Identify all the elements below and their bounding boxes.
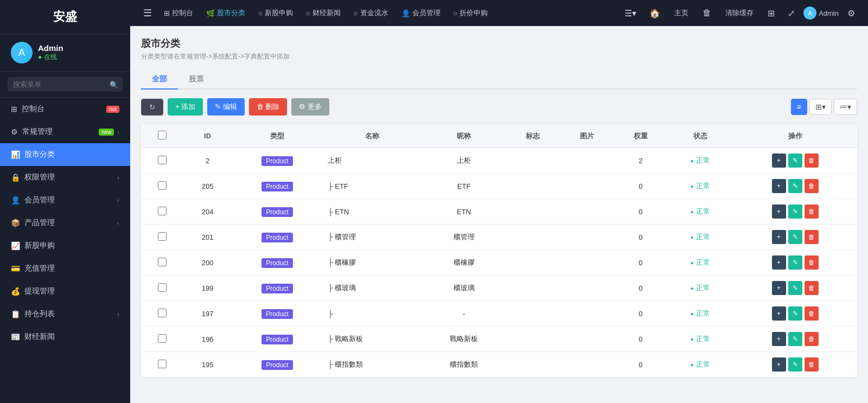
grid-view-button[interactable]: ⊞▾: [809, 99, 832, 115]
cell-actions: + ✎ 🗑: [733, 250, 857, 276]
topnav-stockcat[interactable]: 🌿 股市分类: [201, 5, 251, 21]
row-checkbox[interactable]: [158, 334, 167, 343]
view-toggle: ≡ ⊞▾ ≔▾: [791, 99, 857, 115]
row-edit-button[interactable]: ✎: [788, 357, 802, 372]
topnav-admin[interactable]: A Admin: [803, 7, 839, 20]
badge-new: new: [99, 129, 114, 136]
row-checkbox[interactable]: [158, 156, 167, 164]
tab-stocks[interactable]: 股票: [178, 70, 215, 89]
row-add-button[interactable]: +: [772, 230, 786, 244]
sidebar-item-members[interactable]: 👤 会员管理 ‹: [0, 189, 130, 212]
tab-all[interactable]: 全部: [141, 70, 178, 89]
row-delete-button[interactable]: 🗑: [805, 204, 819, 219]
settings-icon[interactable]: ⚙: [843, 6, 859, 21]
edit-button[interactable]: ✎ 编辑: [207, 98, 245, 116]
row-edit-button[interactable]: ✎: [788, 153, 802, 168]
row-delete-button[interactable]: 🗑: [805, 179, 819, 193]
row-checkbox[interactable]: [158, 309, 167, 317]
row-edit-button[interactable]: ✎: [788, 306, 802, 321]
cell-nickname: ETN: [422, 199, 506, 225]
page-title: 股市分类: [141, 37, 857, 50]
row-add-button[interactable]: +: [772, 153, 786, 168]
delete-button[interactable]: 🗑 删除: [249, 98, 288, 116]
row-add-button[interactable]: +: [772, 255, 786, 270]
expand-icon[interactable]: ⤢: [783, 6, 799, 21]
sidebar-item-financial[interactable]: 📰 财经新闻: [0, 325, 130, 348]
row-add-button[interactable]: +: [772, 357, 786, 372]
menu-toggle-button[interactable]: ☰: [139, 5, 156, 21]
sidebar-item-dashboard[interactable]: ⊞ 控制台 hot: [0, 98, 130, 120]
row-delete-button[interactable]: 🗑: [805, 281, 819, 295]
cell-id: 201: [183, 225, 232, 250]
sidebar-item-regular[interactable]: ⚙ 常规管理 new ‹: [0, 120, 130, 143]
filter-button[interactable]: ≔▾: [834, 99, 857, 115]
row-delete-button[interactable]: 🗑: [805, 255, 819, 270]
cell-type: Product: [232, 327, 323, 352]
select-all-checkbox[interactable]: [158, 131, 167, 139]
cache-icon[interactable]: 🗑: [698, 6, 716, 20]
row-delete-button[interactable]: 🗑: [805, 153, 819, 168]
row-checkbox[interactable]: [158, 360, 167, 368]
cell-id: 200: [183, 250, 232, 276]
topnav-dashboard-icon: ⊞: [164, 9, 170, 17]
table-row: 204 Product ├ ETN ETN 0 正常 + ✎ 🗑: [141, 199, 857, 225]
topnav-cashflow[interactable]: ○ 资金流水: [348, 5, 394, 21]
row-delete-button[interactable]: 🗑: [805, 230, 819, 244]
qr-icon[interactable]: ⊞: [763, 6, 779, 21]
financial-icon: 📰: [11, 332, 20, 341]
topnav-members[interactable]: 👤 会员管理: [396, 5, 446, 21]
more-button[interactable]: ⚙ 更多: [291, 98, 329, 116]
sidebar-item-positions[interactable]: 📋 持仓列表 ‹: [0, 303, 130, 325]
row-checkbox[interactable]: [158, 232, 167, 241]
sidebar-item-stocks[interactable]: 📊 股市分类: [0, 143, 130, 166]
row-edit-button[interactable]: ✎: [788, 255, 802, 270]
search-input[interactable]: [8, 77, 123, 92]
cell-actions: + ✎ 🗑: [733, 276, 857, 301]
row-edit-button[interactable]: ✎: [788, 230, 802, 244]
home-icon[interactable]: 🏠: [645, 6, 665, 21]
sidebar-item-recharge[interactable]: 💳 充值管理: [0, 257, 130, 280]
sidebar-item-withdraw[interactable]: 💰 提现管理: [0, 280, 130, 303]
cell-id: 196: [183, 327, 232, 352]
topnav-label: 折价申购: [459, 8, 488, 18]
page-content: 股市分类 分类类型请在常规管理->系统配置->字典配置中添加 全部 股票 ↻ +…: [130, 26, 868, 403]
row-delete-button[interactable]: 🗑: [805, 357, 819, 372]
row-edit-button[interactable]: ✎: [788, 179, 802, 193]
row-add-button[interactable]: +: [772, 306, 786, 321]
avatar: A: [11, 42, 33, 63]
sidebar-search-wrap[interactable]: 🔍: [0, 72, 130, 98]
row-delete-button[interactable]: 🗑: [805, 332, 819, 346]
cell-logo: [506, 250, 560, 276]
list-view-icon[interactable]: ☰▾: [620, 6, 641, 21]
topnav-home-label[interactable]: 主页: [669, 5, 694, 21]
row-checkbox[interactable]: [158, 207, 167, 215]
refresh-button[interactable]: ↻: [141, 99, 163, 116]
row-checkbox[interactable]: [158, 283, 167, 292]
sidebar-item-products[interactable]: 📦 产品管理 ‹: [0, 212, 130, 234]
row-add-button[interactable]: +: [772, 204, 786, 219]
row-add-button[interactable]: +: [772, 332, 786, 346]
topnav-cache-label[interactable]: 清除缓存: [720, 5, 759, 21]
row-add-button[interactable]: +: [772, 179, 786, 193]
dashboard-icon: ⊞: [11, 105, 17, 113]
sidebar-item-newstock[interactable]: 📈 新股申购: [0, 234, 130, 257]
cell-status: 正常: [667, 250, 733, 276]
row-add-button[interactable]: +: [772, 281, 786, 295]
row-edit-button[interactable]: ✎: [788, 204, 802, 219]
row-delete-button[interactable]: 🗑: [805, 306, 819, 321]
tab-bar: 全部 股票: [141, 70, 857, 89]
row-checkbox[interactable]: [158, 258, 167, 266]
cell-actions: + ✎ 🗑: [733, 301, 857, 327]
topnav-discount[interactable]: ○ 折价申购: [448, 5, 494, 21]
topnav-newstock[interactable]: ○ 新股申购: [253, 5, 298, 21]
sidebar-item-permissions[interactable]: 🔒 权限管理 ‹: [0, 166, 130, 189]
add-button[interactable]: + 添加: [168, 98, 203, 116]
topnav-financial[interactable]: ○ 财经新闻: [301, 5, 346, 21]
list-view-button[interactable]: ≡: [791, 99, 807, 115]
row-edit-button[interactable]: ✎: [788, 332, 802, 346]
topnav-dashboard[interactable]: ⊞ 控制台: [158, 5, 199, 21]
row-checkbox[interactable]: [158, 181, 167, 190]
main-area: ☰ ⊞ 控制台 🌿 股市分类 ○ 新股申购 ○ 财经新闻 ○ 资金流水 👤 会员…: [130, 0, 868, 403]
row-edit-button[interactable]: ✎: [788, 281, 802, 295]
cell-weight: 0: [614, 174, 667, 199]
